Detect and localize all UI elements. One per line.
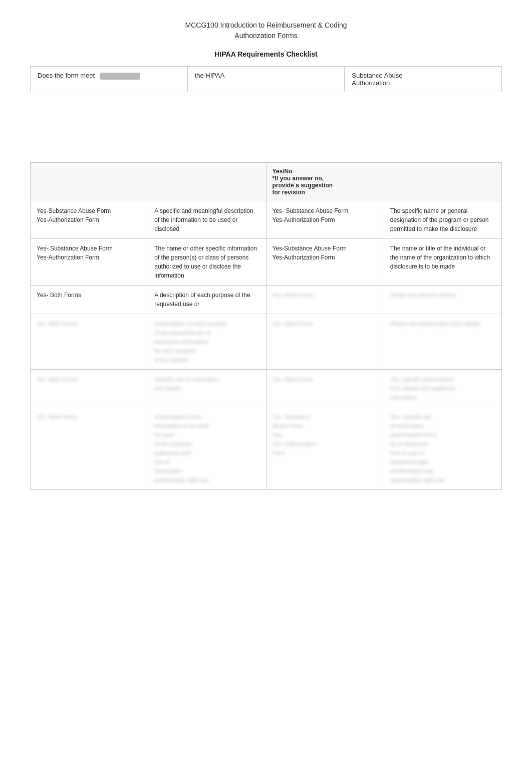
row4-col2: A description of each purposeof the requ… <box>148 314 266 369</box>
row4-col1: Yes- Both Forms <box>31 314 148 369</box>
table-row: Yes-Substance Abuse FormYes-Authorizatio… <box>31 201 501 239</box>
table-row: Yes- Both Forms A description of each pu… <box>31 314 501 370</box>
row1-col4: The specific name or general designation… <box>384 201 501 238</box>
blurred-content: Yes- Both Forms <box>273 292 314 298</box>
intro-col3: Substance Abuse Authorization <box>345 67 501 92</box>
row6-col1: Yes- Both Forms <box>31 407 148 489</box>
row2-col4: The name or title of the individual or t… <box>384 239 501 285</box>
section-title: HIPAA Requirements Checklist <box>30 50 502 58</box>
row3-col2: A description of each purpose of the req… <box>148 286 266 314</box>
main-title: MCCG100 Introduction to Reimbursement & … <box>30 20 502 41</box>
intro-col2: the HIPAA <box>188 67 345 92</box>
row6-col4: Yes- specific useof informationauthoriza… <box>384 407 501 489</box>
row6-col3: Yes- SubstanceAbuse Form,Yes-Yes- Author… <box>267 407 384 489</box>
row5-col2: Specific use of informationand details <box>148 370 266 407</box>
page-header: MCCG100 Introduction to Reimbursement & … <box>30 20 502 41</box>
row5-col1: Yes- Both Forms <box>31 370 148 407</box>
blurred-content: Please see blurred content <box>390 292 456 298</box>
row2-col3: Yes-Substance Abuse FormYes-Authorizatio… <box>267 239 384 285</box>
table-row: Yes- Substance Abuse FormYes-Authorizati… <box>31 239 501 286</box>
blurred-value <box>100 73 140 80</box>
row2-col1: Yes- Substance Abuse FormYes-Authorizati… <box>31 239 148 285</box>
row3-col3: Yes- Both Forms <box>267 286 384 314</box>
table-row: Yes- Both Forms A description of each pu… <box>31 286 501 314</box>
row6-col2: A description of theinformation to be us… <box>148 407 266 489</box>
row1-col3: Yes- Substance Abuse FormYes-Authorizati… <box>267 201 384 238</box>
table-row: Yes- Both Forms Specific use of informat… <box>31 370 501 407</box>
col-header-2 <box>148 163 266 201</box>
row1-col1: Yes-Substance Abuse FormYes-Authorizatio… <box>31 201 148 238</box>
row3-col4: Please see blurred content <box>384 286 501 314</box>
intro-col1: Does the form meet <box>31 67 188 92</box>
col-header-4 <box>384 163 501 201</box>
row3-col1: Yes- Both Forms <box>31 286 148 314</box>
intro-row: Does the form meet the HIPAA Substance A… <box>30 66 502 92</box>
col-header-1 <box>31 163 148 201</box>
row1-col2: A specific and meaningful description of… <box>148 201 266 238</box>
row2-col2: The name or other specific information o… <box>148 239 266 285</box>
table-header-row: Yes/No *If you answer no, provide a sugg… <box>31 163 501 201</box>
row5-col4: Yes- specific authorizationform details … <box>384 370 501 407</box>
row4-col4: Please see authorization form details <box>384 314 501 369</box>
row4-col3: Yes- Both Forms <box>267 314 384 369</box>
row5-col3: Yes- Both Forms <box>267 370 384 407</box>
col-header-3: Yes/No *If you answer no, provide a sugg… <box>267 163 384 201</box>
table-row: Yes- Both Forms A description of theinfo… <box>31 407 501 489</box>
hipaa-checklist-table: Yes/No *If you answer no, provide a sugg… <box>30 162 502 490</box>
